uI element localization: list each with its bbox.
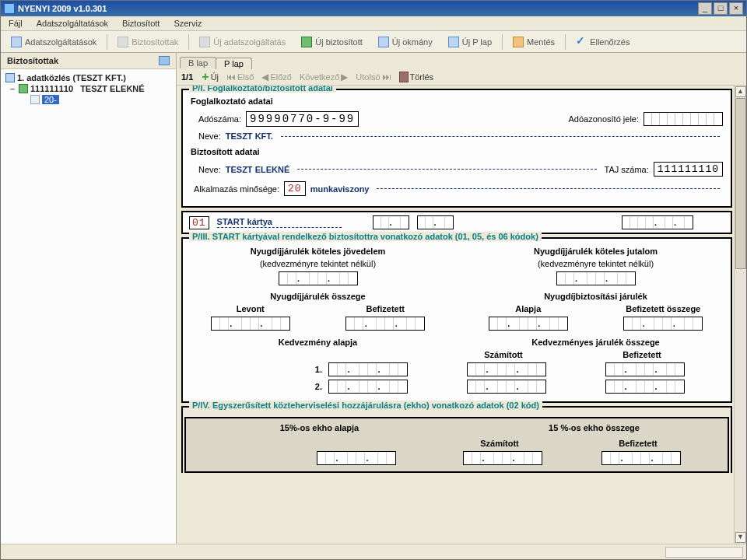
menu-adatszolg[interactable]: Adatszolgáltatások: [33, 18, 111, 29]
tb-mentes[interactable]: Mentés: [507, 34, 560, 50]
lbl-bizt-neve: Neve:: [198, 165, 221, 174]
scroll-thumb[interactable]: [735, 98, 746, 269]
group-p4: P/IV. Egyszerűsített közteherviselési ho…: [181, 406, 732, 473]
field-levont[interactable]: ..: [211, 317, 290, 331]
hdr-ekho-szam: Számított: [433, 439, 566, 448]
lbl-alkmin: Alkalmazás minősége:: [194, 184, 279, 194]
btn-kovetkezo[interactable]: Következő▶: [297, 71, 350, 83]
field-alapja[interactable]: ..: [489, 317, 568, 331]
underline: [297, 169, 596, 170]
subhdr-foglalkoztato: Foglalkoztató adatai: [191, 96, 723, 106]
tab-plap[interactable]: P lap: [216, 58, 252, 69]
hdr-alapja: Alapja: [515, 304, 541, 313]
tb-uj-biztositott-label: Új biztosított: [315, 37, 363, 47]
tb-uj-adatszolg[interactable]: Új adatszolgáltatás: [194, 34, 291, 50]
field-nyjkjut[interactable]: ..: [556, 271, 636, 285]
page-toolbar: 1/1 +Új ⏮Első ◀Előző Következő▶ Utolsó⏭ …: [177, 68, 746, 86]
field-taj[interactable]: 111111110: [654, 162, 723, 177]
hdr-kedvalap: Kedvezmény alapja: [279, 338, 358, 347]
sidebar-title: Biztosítottak: [7, 56, 58, 65]
tree-label-id: 111111110: [30, 84, 73, 93]
tb-uj-okmany-label: Új okmány: [392, 37, 433, 47]
btn-torles[interactable]: Törlés: [397, 71, 437, 83]
hdr-kedvjar: Kedvezményes járulék összege: [531, 338, 659, 347]
lbl-neve: Neve:: [198, 131, 221, 141]
hdr-ekho-ossz: 15 %-os ekho összege: [549, 423, 640, 432]
menu-file[interactable]: Fájl: [5, 18, 26, 29]
sidebar-header: Biztosítottak: [1, 53, 176, 69]
tabrow: B lap P lap: [177, 53, 746, 68]
tb-uj-biztositott[interactable]: Új biztosított: [296, 34, 368, 50]
field-befiz-1[interactable]: ..: [605, 362, 685, 376]
tb-adatszolg-label: Adatszolgáltatások: [25, 37, 96, 47]
tree-label: 1. adatközlés (TESZT KFT.): [17, 73, 126, 82]
lbl-adoszam: Adószáma:: [198, 114, 241, 124]
field-p2-date2[interactable]: .: [417, 215, 454, 229]
tree-collapse-icon[interactable]: –: [9, 84, 16, 93]
hdr-szamitott: Számított: [437, 350, 570, 359]
hdr-nybiztj: Nyugdíjbiztosítási járulék: [544, 292, 647, 301]
tb-uj-okmany[interactable]: Új okmány: [373, 34, 438, 50]
window-title: NYENYI 2009 v1.0.301: [18, 4, 107, 13]
doc-icon: [448, 37, 459, 47]
tb-adatszolg[interactable]: Adatszolgáltatások: [5, 34, 102, 50]
tree-node-biztositott[interactable]: – 111111110 TESZT ELEKNÉ: [4, 83, 173, 94]
field-befiz1[interactable]: ..: [345, 317, 425, 331]
field-ekho-befiz[interactable]: ..: [601, 451, 681, 465]
tb-uj-plap[interactable]: Új P lap: [443, 34, 497, 50]
val-bizt-neve: TESZT ELEKNÉ: [226, 165, 290, 174]
legend-p3: P/III. START kártyával rendelkező biztos…: [189, 232, 542, 241]
btn-utolso[interactable]: Utolsó⏭: [353, 71, 393, 83]
menu-szerviz[interactable]: Szerviz: [170, 18, 205, 29]
field-befiz-2[interactable]: ..: [605, 380, 685, 394]
sidebar: Biztosítottak 1. adatközlés (TESZT KFT.)…: [1, 53, 177, 544]
first-icon: ⏮: [226, 72, 236, 82]
sub-kedv2: (kedvezményre tekintet nélkül): [538, 259, 654, 268]
field-ekho-alap[interactable]: ..: [317, 451, 396, 465]
field-alkmin-kod[interactable]: 20: [284, 181, 306, 196]
new-doc-icon: [199, 37, 210, 47]
btn-elozo[interactable]: ◀Előző: [259, 71, 294, 83]
field-befossz[interactable]: ..: [623, 317, 703, 331]
tree: 1. adatközlés (TESZT KFT.) – 111111110 T…: [1, 69, 176, 108]
val-fog-neve: TESZT KFT.: [226, 131, 273, 141]
tb-ellenorzes[interactable]: Ellenőrzés: [570, 34, 635, 50]
tab-blap[interactable]: B lap: [180, 57, 216, 68]
underline: [377, 188, 720, 189]
menu-biztositott[interactable]: Biztosított: [119, 18, 163, 29]
field-adoazonosito[interactable]: [644, 112, 723, 126]
scroll-up-button[interactable]: ▲: [735, 86, 746, 97]
field-kedvalap-1[interactable]: ..: [328, 362, 408, 376]
field-nyjkj[interactable]: ..: [279, 271, 358, 285]
field-p2-code[interactable]: 01: [189, 216, 209, 229]
group-p3: P/III. START kártyával rendelkező biztos…: [181, 237, 732, 403]
doc-icon: [5, 73, 15, 82]
btn-uj[interactable]: +Új: [199, 72, 221, 82]
close-button[interactable]: ×: [729, 2, 743, 15]
next-icon: ▶: [341, 72, 348, 82]
scrollbar[interactable]: ▲ ▼: [734, 86, 746, 544]
field-adoszam[interactable]: 99990770-9-99: [246, 111, 359, 127]
tree-node-page[interactable]: 20-: [4, 94, 173, 105]
field-szam-1[interactable]: ..: [467, 362, 546, 376]
check-icon: [576, 37, 587, 47]
last-icon: ⏭: [382, 72, 391, 82]
val-start-kartya: START kártya: [217, 217, 342, 228]
btn-elso[interactable]: ⏮Első: [224, 71, 256, 83]
app-icon: [4, 3, 15, 14]
tb-biztositottak[interactable]: Biztosítottak: [112, 34, 184, 50]
maximize-button[interactable]: □: [714, 2, 728, 15]
field-p2-date3[interactable]: ..: [622, 215, 693, 229]
btn-elozo-label: Előző: [270, 72, 292, 82]
field-kedvalap-2[interactable]: ..: [328, 380, 408, 394]
tb-mentes-label: Mentés: [527, 37, 555, 47]
field-ekho-szam[interactable]: ..: [463, 451, 542, 465]
prev-icon: ◀: [261, 72, 268, 82]
scroll-down-button[interactable]: ▼: [735, 532, 746, 543]
minimize-button[interactable]: _: [698, 2, 712, 15]
plus-icon: +: [202, 73, 209, 81]
tree-node-adatkozles[interactable]: 1. adatközlés (TESZT KFT.): [4, 72, 173, 83]
field-p2-date1[interactable]: .: [373, 215, 409, 229]
field-szam-2[interactable]: ..: [467, 380, 546, 394]
tree-label-selected: 20-: [42, 95, 59, 104]
